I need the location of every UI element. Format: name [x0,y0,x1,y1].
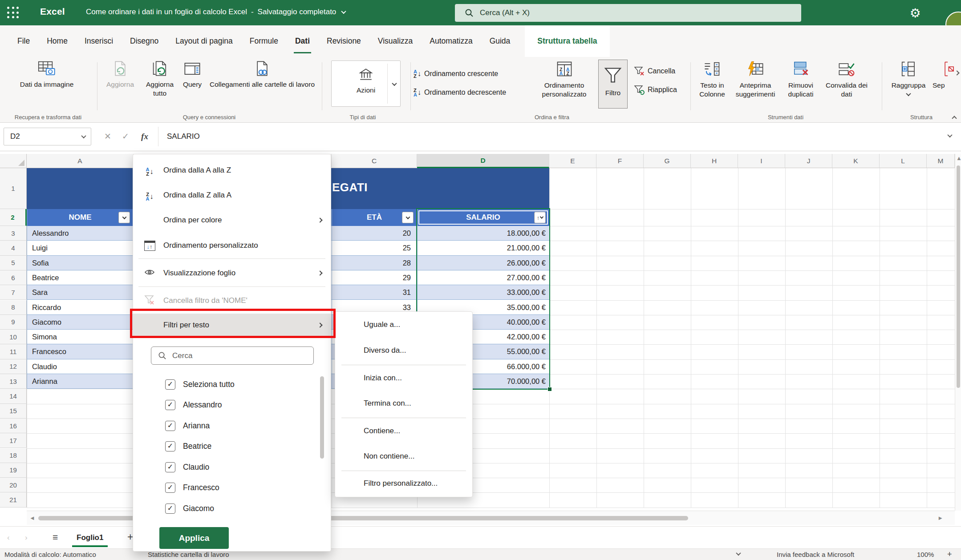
filter-checkbox-beatrice[interactable]: ✓Beatrice [165,438,211,455]
sheet-list-icon[interactable]: ≡ [53,532,58,543]
tab-automatizza[interactable]: Automatizza [421,25,481,57]
vertical-scroll-thumb[interactable] [957,165,960,388]
menu-item-6[interactable]: Filtri per testo [133,314,331,337]
filter-checkbox-giacomo[interactable]: ✓Giacomo [165,500,214,517]
cell-nome-13[interactable]: Arianna [32,374,57,389]
row-header-13[interactable]: 13 [0,374,27,389]
scroll-right-icon[interactable]: ► [937,515,943,521]
remove-duplicates-button[interactable]: Rimuovi duplicati [781,60,821,99]
search-input[interactable]: Cerca (Alt + X) [455,4,801,22]
azioni-datatype-dropdown[interactable]: Azioni [331,60,401,107]
chevron-down-icon[interactable] [736,551,741,556]
text-filter-option-6[interactable]: Filtro personalizzato... [335,472,472,495]
row-header-9[interactable]: 9 [0,315,27,330]
cell-nome-8[interactable]: Riccardo [32,300,61,315]
row-header-2[interactable]: 2 [0,209,27,226]
cell-salario-4[interactable]: 21.000,00 € [417,241,546,255]
row-header-5[interactable]: 5 [0,256,27,270]
insert-function-button[interactable]: fx [136,128,154,145]
reapply-filter-button[interactable]: Riapplica [634,85,677,95]
group-button[interactable]: Raggruppa [888,60,929,98]
zoom-level[interactable]: 100% [917,551,934,558]
row-header-14[interactable]: 14 [0,389,27,403]
filter-checkbox-claudio[interactable]: ✓Claudio [165,458,209,476]
column-header-M[interactable]: M [927,154,955,168]
row-header-15[interactable]: 15 [0,404,27,419]
row-header-17[interactable]: 17 [0,433,27,448]
column-header-K[interactable]: K [832,154,880,168]
filter-checkbox-alessandro[interactable]: ✓Alessandro [165,396,222,414]
row-header-12[interactable]: 12 [0,359,27,374]
cell-eta-6[interactable]: 29 [332,270,411,285]
row-header-7[interactable]: 7 [0,285,27,300]
column-header-D[interactable]: D [417,154,549,168]
workbook-links-button[interactable]: Collegamenti alle cartelle di lavoro [207,60,317,89]
cell-eta-7[interactable]: 31 [332,285,411,300]
row-header-8[interactable]: 8 [0,300,27,315]
row-header-19[interactable]: 19 [0,463,27,478]
column-header-C[interactable]: C [332,154,417,168]
row-header-4[interactable]: 4 [0,241,27,255]
text-filter-option-3[interactable]: Termina con... [335,392,472,415]
row-header-16[interactable]: 16 [0,419,27,433]
app-launcher-icon[interactable] [7,7,20,19]
cell-salario-5[interactable]: 26.000,00 € [417,256,546,270]
cell-eta-5[interactable]: 28 [332,256,411,270]
row-header-1[interactable]: 1 [0,168,27,209]
document-title[interactable]: Come ordinare i dati in un foglio di cal… [86,8,345,16]
workbook-stats-status[interactable]: Statistiche cartella di lavoro [148,551,229,558]
calc-mode-status[interactable]: Modalità di calcolo: Automatico [4,551,96,558]
column-header-F[interactable]: F [596,154,644,168]
row-header-20[interactable]: 20 [0,478,27,492]
clear-filter-button[interactable]: Cancella [634,66,675,77]
row-header-11[interactable]: 11 [0,344,27,359]
cell-nome-4[interactable]: Luigi [32,241,48,255]
vertical-scrollbar[interactable]: ▲ [955,154,961,511]
cell-salario-6[interactable]: 27.000,00 € [417,270,546,285]
text-filter-option-0[interactable]: Uguale a... [335,313,472,336]
scroll-left-icon[interactable]: ◄ [29,515,35,521]
menu-item-5[interactable]: Cancella filtro da 'NOME' [133,290,331,312]
cell-nome-11[interactable]: Francesco [32,344,66,359]
row-header-3[interactable]: 3 [0,226,27,241]
row-header-10[interactable]: 10 [0,330,27,344]
filter-toggle-button[interactable]: Filtro [598,60,628,109]
cell-eta-4[interactable]: 25 [332,241,411,255]
column-header-H[interactable]: H [691,154,738,168]
sort-descending-button[interactable]: ZA↓ Ordinamento decrescente [414,88,506,97]
menu-item-0[interactable]: AZ↓Ordina dalla A alla Z [133,159,331,181]
refresh-all-button[interactable]: Aggiorna tutto [140,60,179,98]
cell-nome-9[interactable]: Giacomo [32,315,61,330]
collapse-ribbon-icon[interactable] [952,116,957,121]
column-header-A[interactable]: A [27,154,134,168]
column-header-L[interactable]: L [880,154,927,168]
cell-eta-3[interactable]: 20 [332,226,411,241]
filter-search-input[interactable]: Cerca [151,346,314,365]
cell-nome-6[interactable]: Beatrice [32,270,59,285]
menu-item-4[interactable]: Visualizzazione foglio [133,262,331,284]
filter-button-d-sorted-asc[interactable]: ↑ [534,212,546,223]
prev-sheet-icon[interactable]: ‹ [7,533,10,542]
filter-checkbox-arianna[interactable]: ✓Arianna [165,417,210,435]
row-header-18[interactable]: 18 [0,448,27,463]
menu-item-3[interactable]: ↓↑Ordinamento personalizzato [133,234,331,257]
column-header-E[interactable]: E [549,154,596,168]
tab-struttura-tabella[interactable]: Struttura tabella [525,25,609,57]
text-filter-option-4[interactable]: Contiene... [335,419,472,443]
settings-gear-icon[interactable]: ⚙ [906,4,924,22]
sort-ascending-button[interactable]: AZ↓ Ordinamento crescente [414,69,498,78]
next-sheet-icon[interactable]: › [25,533,28,542]
filter-checkbox-seleziona-tutto[interactable]: ✓Seleziona tutto [165,375,235,393]
text-to-columns-button[interactable]: Testo in Colonne [694,60,730,99]
menu-item-2[interactable]: Ordina per colore [133,209,331,231]
tab-disegno[interactable]: Disegno [122,25,167,57]
feedback-link[interactable]: Invia feedback a Microsoft [777,551,854,558]
filter-checkbox-francesco[interactable]: ✓Francesco [165,479,219,497]
flash-fill-button[interactable]: Anteprima suggerimenti [731,60,780,99]
sheet-tab-foglio1[interactable]: Foglio1 [70,527,109,548]
tab-inserisci[interactable]: Inserisci [76,25,122,57]
custom-sort-button[interactable]: Z A A Z Ordinamento personalizzato [536,60,592,99]
tab-home[interactable]: Home [38,25,76,57]
tab-visualizza[interactable]: Visualizza [369,25,421,57]
text-filter-option-1[interactable]: Diverso da... [335,339,472,362]
